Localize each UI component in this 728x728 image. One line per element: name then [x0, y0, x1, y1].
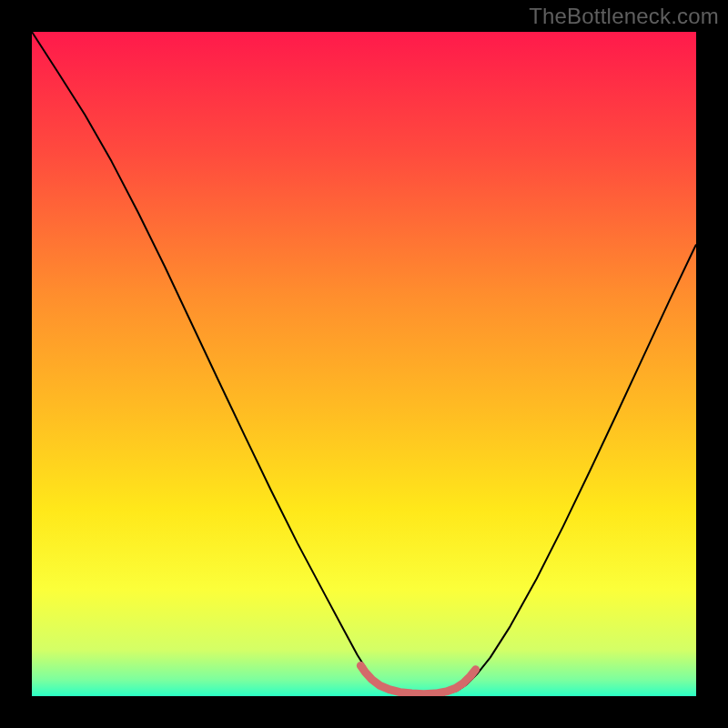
- chart-plot: [32, 32, 696, 696]
- chart-gradient-bg: [32, 32, 696, 696]
- chart-frame: TheBottleneck.com: [0, 0, 728, 728]
- watermark: TheBottleneck.com: [529, 4, 719, 29]
- chart-svg: [32, 32, 696, 696]
